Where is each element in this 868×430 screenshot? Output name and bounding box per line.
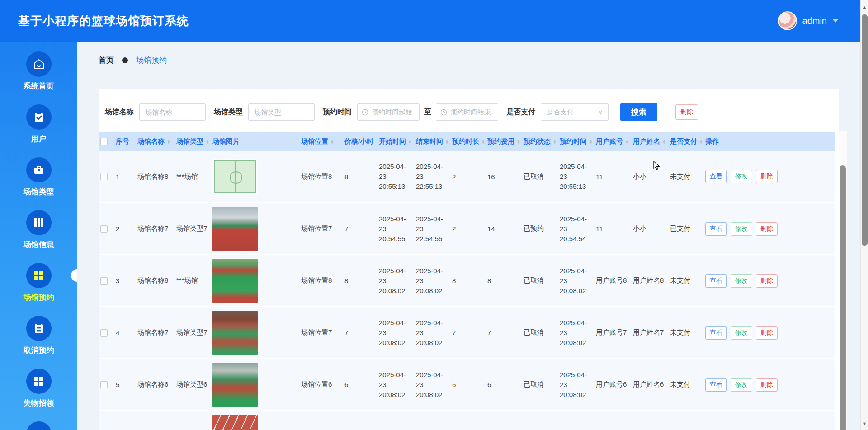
sort-carets-icon[interactable]: ▲▼ — [481, 140, 485, 144]
cell-duration: 2 — [450, 203, 486, 255]
batch-delete-button[interactable]: 删除 — [675, 104, 698, 120]
user-menu[interactable]: admin — [778, 11, 839, 30]
table-row: 6场馆名称5场馆类型5场馆位置552025-04-232025-04-2355已… — [99, 411, 835, 430]
column-header-booked_at[interactable]: 预约时间▲▼ — [558, 132, 594, 151]
venue-name-label: 场馆名称 — [105, 108, 134, 117]
delete-button[interactable]: 删除 — [756, 222, 778, 236]
sort-carets-icon[interactable]: ▲▼ — [589, 140, 593, 144]
column-header-account[interactable]: 用户账号▲▼ — [594, 132, 631, 151]
sidebar-nav: 系统首页 用户 场馆类型 场馆信息 场馆预约 — [0, 42, 77, 430]
cell-price: 7 — [343, 203, 377, 255]
cell-fee: 7 — [486, 307, 522, 359]
column-header-duration[interactable]: 预约时长▲▼ — [450, 132, 486, 151]
breadcrumb-current[interactable]: 场馆预约 — [136, 55, 167, 65]
cell-start: 2025-04-2320:54:55 — [377, 203, 414, 255]
cell-name: 场馆名称7 — [136, 307, 175, 359]
sort-carets-icon[interactable]: ▲▼ — [699, 140, 703, 144]
venue-photo — [212, 207, 258, 251]
grid-9-icon — [26, 210, 52, 235]
cell-start: 2025-04-2320:08:02 — [377, 307, 414, 359]
sort-carets-icon[interactable]: ▲▼ — [625, 140, 629, 144]
booking-time-start-input[interactable]: 预约时间起始 — [357, 103, 420, 121]
venue-photo — [212, 159, 258, 194]
cell-status: 已取消 — [522, 151, 558, 203]
cell-image — [211, 359, 299, 411]
cell-price: 7 — [343, 307, 377, 359]
cell-action: 查看修改删除 — [703, 255, 835, 307]
sort-carets-icon[interactable]: ▲▼ — [517, 140, 520, 144]
sidebar-item-venue-booking[interactable]: 场馆预约 — [0, 263, 77, 303]
cell-start: 2025-04-2320:08:02 — [377, 255, 414, 307]
scroll-up-icon[interactable]: ▲ — [861, 3, 868, 12]
scroll-down-icon[interactable]: ▼ — [861, 419, 868, 428]
sort-carets-icon[interactable]: ▲▼ — [553, 140, 557, 144]
view-button[interactable]: 查看 — [705, 274, 727, 288]
column-header-position[interactable]: 场馆位置▲▼ — [299, 132, 343, 151]
view-button[interactable]: 查看 — [705, 378, 727, 392]
view-button[interactable]: 查看 — [705, 222, 727, 236]
sort-carets-icon[interactable]: ▲▼ — [408, 140, 412, 144]
column-header-type[interactable]: 场馆类型▲▼ — [175, 132, 211, 151]
sidebar-item-venue-type[interactable]: 场馆类型 — [0, 157, 77, 197]
cell-select — [99, 307, 114, 359]
column-header-name[interactable]: 场馆名称▲▼ — [136, 132, 175, 151]
breadcrumb-home[interactable]: 首页 — [99, 55, 114, 65]
cell-paid: 已支付 — [668, 203, 703, 255]
row-checkbox[interactable] — [100, 381, 108, 388]
booking-time-start-placeholder: 预约时间起始 — [372, 108, 412, 117]
search-button[interactable]: 搜索 — [620, 103, 657, 121]
cell-name: 场馆名称7 — [136, 203, 175, 255]
cell-action: 查看修改删除 — [703, 359, 835, 411]
sort-carets-icon[interactable]: ▲▼ — [206, 140, 209, 144]
column-header-username[interactable]: 用户姓名▲▼ — [631, 132, 668, 151]
row-checkbox[interactable] — [100, 277, 108, 285]
paid-select[interactable]: 是否支付 ∨ — [541, 103, 609, 121]
sort-carets-icon[interactable]: ▲▼ — [167, 140, 170, 144]
row-checkbox[interactable] — [100, 329, 108, 337]
sidebar-item-venue-info[interactable]: 场馆信息 — [0, 210, 77, 250]
sidebar-item-system-home[interactable]: 系统首页 — [0, 51, 77, 91]
column-header-paid[interactable]: 是否支付▲▼ — [668, 132, 703, 151]
sidebar-item-cancel-booking[interactable]: 取消预约 — [0, 316, 77, 355]
column-header-end[interactable]: 结束时间▲▼ — [414, 132, 450, 151]
sort-carets-icon[interactable]: ▲▼ — [662, 140, 666, 144]
sidebar-item-more[interactable] — [0, 421, 77, 430]
delete-button[interactable]: 删除 — [756, 274, 778, 288]
window-scrollbar[interactable]: ▲ ▼ — [860, 0, 868, 430]
cell-account: 用户账号8 — [594, 255, 631, 307]
cell-name: 场馆名称8 — [136, 151, 175, 203]
column-header-start[interactable]: 开始时间▲▼ — [377, 132, 414, 151]
column-header-price[interactable]: 价格/小时▲▼ — [343, 132, 377, 151]
card-scrollbar-thumb[interactable] — [840, 165, 846, 430]
sort-carets-icon[interactable]: ▲▼ — [376, 140, 377, 144]
user-avatar[interactable] — [778, 11, 797, 30]
row-checkbox[interactable] — [100, 173, 108, 180]
venue-type-input[interactable] — [248, 103, 315, 121]
column-header-status[interactable]: 预约状态▲▼ — [522, 132, 558, 151]
window-scrollbar-thumb[interactable] — [862, 14, 868, 246]
sidebar-item-users[interactable]: 用户 — [0, 104, 77, 144]
delete-button[interactable]: 删除 — [756, 378, 778, 392]
venue-name-input[interactable] — [139, 103, 206, 121]
cell-account: 11 — [594, 203, 631, 255]
row-checkbox[interactable] — [100, 225, 108, 233]
edit-button[interactable]: 修改 — [731, 326, 752, 340]
venue-photo — [212, 311, 258, 355]
card-scrollbar[interactable] — [839, 131, 847, 430]
edit-button[interactable]: 修改 — [731, 274, 752, 288]
booking-time-end-input[interactable]: 预约时间结束 — [436, 103, 498, 121]
cell-booked_at: 2025-04-23 — [558, 411, 594, 430]
view-button[interactable]: 查看 — [705, 170, 727, 183]
edit-button[interactable]: 修改 — [731, 170, 752, 183]
select-all-checkbox[interactable] — [100, 138, 108, 145]
edit-button[interactable]: 修改 — [731, 378, 752, 392]
cell-end: 2025-04-23 — [414, 411, 450, 430]
view-button[interactable]: 查看 — [705, 326, 727, 340]
sort-carets-icon[interactable]: ▲▼ — [330, 140, 334, 144]
sidebar-item-lost-and-found[interactable]: 失物招领 — [0, 369, 77, 408]
column-header-fee[interactable]: 预约费用▲▼ — [486, 132, 522, 151]
sort-carets-icon[interactable]: ▲▼ — [445, 140, 449, 144]
delete-button[interactable]: 删除 — [756, 170, 778, 183]
delete-button[interactable]: 删除 — [756, 326, 778, 340]
edit-button[interactable]: 修改 — [731, 222, 752, 236]
